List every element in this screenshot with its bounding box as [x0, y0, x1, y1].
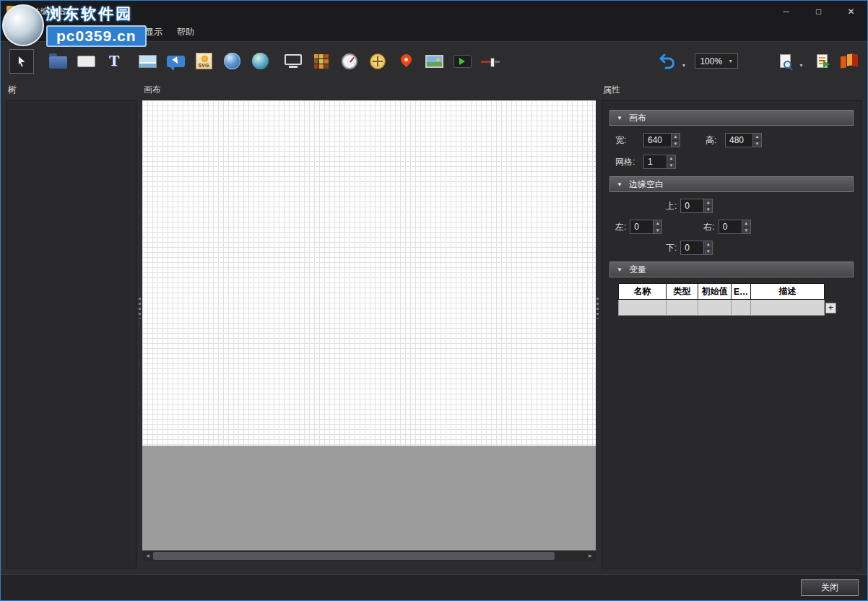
section-header-canvas[interactable]: ▼ 画布 [609, 110, 854, 126]
scrollbar-track[interactable] [153, 550, 585, 561]
canvas-widget: ◄ ► [142, 100, 596, 561]
section-title-canvas: 画布 [629, 112, 646, 124]
preview-dropdown-caret-icon[interactable]: ▼ [799, 63, 804, 68]
margin-right-input[interactable] [719, 220, 742, 234]
close-button[interactable]: 关闭 [801, 579, 859, 596]
undo-button[interactable] [658, 52, 677, 71]
section-header-margins[interactable]: ▼ 边缘空白 [609, 176, 854, 192]
menu-help[interactable]: 帮助 [170, 23, 201, 41]
file-tool-group: T [48, 52, 123, 71]
map-pin-tool-button[interactable] [396, 52, 415, 71]
zoom-select[interactable]: 100% ▼ [695, 53, 738, 69]
cursor-icon [15, 55, 28, 68]
margin-left-spin-down-button[interactable]: ▼ [654, 228, 661, 234]
grid-input[interactable] [643, 155, 667, 169]
callout-tool-button[interactable] [166, 52, 185, 71]
folder-icon [49, 56, 67, 69]
splitter-handle-left[interactable] [139, 298, 141, 319]
add-variable-button[interactable]: + [825, 303, 836, 314]
select-tool-button[interactable] [9, 49, 34, 74]
preview-button[interactable] [776, 52, 794, 71]
margin-bottom-spin-up-button[interactable]: ▲ [704, 241, 712, 248]
export-button[interactable] [812, 52, 831, 71]
margin-right-spin-down-button[interactable]: ▼ [742, 228, 750, 234]
canvas-outside-area [142, 446, 596, 550]
col-header-description[interactable]: 描述 [751, 284, 825, 300]
footer-bar: 关闭 [1, 574, 867, 600]
splitter-handle-right[interactable] [596, 298, 599, 319]
compass-icon [370, 53, 386, 69]
section-header-variables[interactable]: ▼ 变量 [609, 261, 854, 277]
margin-top-row: 上: ▲ ▼ [666, 199, 854, 213]
cell-extra[interactable] [732, 300, 751, 316]
margin-top-spin-up-button[interactable]: ▲ [704, 199, 712, 207]
image-tool-button[interactable] [138, 52, 157, 71]
margin-right-spin-up-button[interactable]: ▲ [742, 220, 750, 228]
margin-left-input[interactable] [630, 220, 653, 234]
width-spin-down-button[interactable]: ▼ [672, 141, 680, 147]
cell-name[interactable] [619, 300, 667, 316]
height-spin-up-button[interactable]: ▲ [753, 134, 761, 141]
grid-spin-down-button[interactable]: ▼ [667, 163, 675, 169]
margin-bottom-spin-down-button[interactable]: ▼ [704, 248, 712, 255]
cell-initial-value[interactable] [698, 300, 732, 316]
margin-top-spin-down-button[interactable]: ▼ [704, 207, 712, 213]
cell-description[interactable] [751, 300, 825, 316]
watermark-site-url: pc0359.cn [46, 25, 147, 47]
watermark-logo-icon [2, 4, 44, 46]
maximize-button[interactable]: □ [802, 1, 835, 22]
gauge-tool-button[interactable] [340, 52, 359, 71]
document-glyph [780, 54, 791, 68]
margin-bottom-input[interactable] [680, 241, 703, 255]
width-spin-up-button[interactable]: ▲ [672, 134, 680, 141]
picture-tool-button[interactable] [425, 52, 443, 71]
height-spin-down-button[interactable]: ▼ [753, 141, 761, 147]
height-input[interactable] [725, 133, 752, 147]
scroll-right-button[interactable]: ► [585, 550, 596, 561]
video-tool-button[interactable] [453, 52, 472, 71]
earth-tool-button[interactable] [251, 52, 269, 71]
col-header-extra[interactable]: E… [732, 284, 751, 300]
variables-table: 名称 类型 初始值 E… 描述 [618, 283, 825, 316]
margin-bottom-spinner: ▲ ▼ [680, 241, 713, 255]
cell-type[interactable] [667, 300, 698, 316]
width-label: 宽: [615, 134, 640, 147]
margin-left-pair: 左: ▲ ▼ [615, 220, 662, 234]
horizontal-scrollbar[interactable]: ◄ ► [142, 550, 596, 561]
canvas-grid-surface[interactable] [142, 100, 596, 446]
margin-bottom-row: 下: ▲ ▼ [666, 241, 854, 255]
grid-label: 网格: [615, 156, 640, 168]
collapse-arrow-icon: ▼ [617, 267, 622, 273]
col-header-initial-value[interactable]: 初始值 [698, 284, 732, 300]
undo-dropdown-caret-icon[interactable]: ▼ [681, 63, 686, 68]
tree-view[interactable] [6, 100, 136, 568]
col-header-name[interactable]: 名称 [619, 284, 667, 300]
scroll-left-button[interactable]: ◄ [142, 550, 153, 561]
svg-icon: SVG [196, 53, 212, 69]
scrollbar-thumb[interactable] [153, 552, 555, 560]
properties-content: ▼ 画布 宽: ▲ ▼ 高: [602, 100, 862, 568]
open-folder-button[interactable] [48, 52, 67, 71]
main-area: 树 画布 ◄ ► 属性 [1, 80, 867, 574]
slider-icon [481, 56, 500, 66]
new-window-button[interactable] [77, 52, 95, 71]
globe-icon [224, 53, 240, 69]
palette-grid-tool-button[interactable] [312, 52, 331, 71]
grid-spin-up-button[interactable]: ▲ [667, 155, 675, 163]
compass-tool-button[interactable] [368, 52, 387, 71]
close-window-button[interactable]: ✕ [835, 1, 867, 22]
minimize-button[interactable]: ─ [770, 1, 802, 22]
col-header-type[interactable]: 类型 [667, 284, 698, 300]
export-lines-glyph [819, 57, 825, 59]
monitor-tool-button[interactable] [284, 52, 303, 71]
globe-tool-button[interactable] [222, 52, 241, 71]
slider-tool-button[interactable] [481, 52, 500, 71]
width-input[interactable] [643, 133, 671, 147]
svg-tool-button[interactable]: SVG [194, 52, 213, 71]
margin-top-input[interactable] [680, 199, 703, 213]
text-tool-button[interactable]: T [105, 52, 123, 71]
theme-button[interactable] [840, 52, 859, 71]
margin-left-spin-up-button[interactable]: ▲ [654, 220, 661, 228]
earth-icon [252, 53, 269, 69]
video-icon [453, 55, 472, 68]
